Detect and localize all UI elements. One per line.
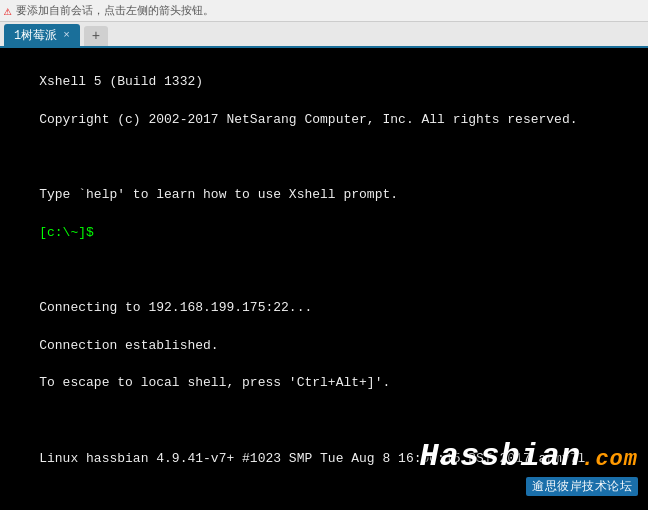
tab-active[interactable]: 1树莓派 × [4, 24, 80, 46]
warning-icon: ⚠ [4, 3, 12, 19]
watermark-brand: Hassbian.com [420, 438, 638, 475]
top-bar: ⚠ 要添加自前会话，点击左侧的箭头按钮。 [0, 0, 648, 22]
header-line1: Xshell 5 (Build 1332) [39, 74, 203, 89]
tab-add-button[interactable]: + [84, 26, 108, 46]
com-text: .com [581, 447, 638, 472]
local-prompt: [c:\~]$ [39, 225, 94, 240]
watermark-subtitle: 逾思彼岸技术论坛 [526, 477, 638, 496]
help-prompt: Type `help' to learn how to use Xshell p… [39, 187, 398, 202]
escape-hint: To escape to local shell, press 'Ctrl+Al… [39, 375, 390, 390]
tab-bar: 1树莓派 × + [0, 22, 648, 48]
brand-text: Hassbian [420, 438, 582, 475]
terminal-area[interactable]: Xshell 5 (Build 1332) Copyright (c) 2002… [0, 48, 648, 510]
connecting: Connecting to 192.168.199.175:22... [39, 300, 312, 315]
watermark: Hassbian.com 逾思彼岸技术论坛 [420, 438, 638, 496]
tab-close-icon[interactable]: × [63, 29, 70, 41]
header-line2: Copyright (c) 2002-2017 NetSarang Comput… [39, 112, 577, 127]
top-bar-message: 要添加自前会话，点击左侧的箭头按钮。 [16, 3, 214, 18]
tab-label: 1树莓派 [14, 27, 57, 44]
established: Connection established. [39, 338, 218, 353]
